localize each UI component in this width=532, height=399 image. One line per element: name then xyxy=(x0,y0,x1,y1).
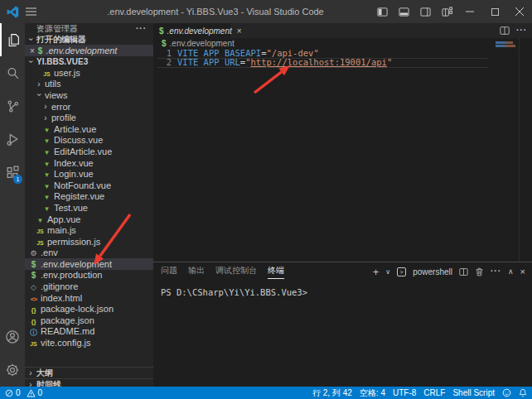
tree-item[interactable]: ▼Register.vue xyxy=(25,191,153,203)
tree-item[interactable]: JSpermission.js xyxy=(25,236,153,248)
vue-file-icon: ▼ xyxy=(44,161,51,168)
env-file-icon: $ xyxy=(159,26,164,36)
tree-item-label: profile xyxy=(51,113,76,123)
split-editor-icon[interactable] xyxy=(500,26,510,36)
tree-item[interactable]: {}package.json xyxy=(25,315,153,326)
chevron-right-icon: › xyxy=(41,113,50,123)
close-editor-icon[interactable]: × xyxy=(30,46,35,55)
tree-item[interactable]: JSuser.js xyxy=(25,67,153,79)
tree-item[interactable]: ▼EditArticle.vue xyxy=(25,146,153,157)
tree-item-label: Test.vue xyxy=(54,203,88,213)
tree-item[interactable]: ▼App.vue xyxy=(25,214,153,225)
js-file-icon: JS xyxy=(36,240,44,246)
explorer-icon[interactable] xyxy=(0,23,25,56)
toggle-secondary-sidebar-icon[interactable] xyxy=(414,0,436,23)
extensions-icon[interactable]: 1 xyxy=(0,156,25,189)
tree-item[interactable]: $.env.development xyxy=(25,258,153,270)
notifications-bell-icon[interactable] xyxy=(519,388,527,397)
json-file-icon: {} xyxy=(31,318,36,325)
panel-tab[interactable]: 调试控制台 xyxy=(215,262,257,279)
vue-file-icon: ▼ xyxy=(44,194,51,201)
customize-layout-icon[interactable] xyxy=(436,0,457,23)
tree-item[interactable]: $.env.production xyxy=(25,270,153,281)
env-file-icon: $ xyxy=(31,260,36,269)
tree-item-label: README.md xyxy=(41,326,94,336)
tree-item[interactable]: ▼Index.vue xyxy=(25,157,153,169)
tree-item[interactable]: ▼Login.vue xyxy=(25,168,153,180)
tree-item-label: package.json xyxy=(41,315,94,325)
terminal-list-icon[interactable]: > xyxy=(397,267,406,276)
breadcrumb[interactable]: $ .env.development xyxy=(153,38,532,48)
new-terminal-icon[interactable]: + xyxy=(373,266,380,278)
tree-item[interactable]: ▼Test.vue xyxy=(25,202,153,214)
sidebar-more-actions-icon[interactable]: ··· xyxy=(136,26,147,31)
open-editors-header[interactable]: › 打开的编辑器 xyxy=(25,34,153,45)
tree-item[interactable]: {}package-lock.json xyxy=(25,303,153,315)
account-icon[interactable] xyxy=(0,320,25,353)
tree-item[interactable]: ▼Discuss.vue xyxy=(25,135,153,147)
js-file-icon: JS xyxy=(43,71,51,77)
settings-gear-icon[interactable] xyxy=(0,353,25,387)
tree-item[interactable]: JSmain.js xyxy=(25,224,153,236)
tree-item-label: Register.vue xyxy=(54,191,104,201)
code-editor[interactable]: 1VITE_APP_BASEAPI="/api-dev"2VITE_APP_UR… xyxy=(153,48,532,262)
close-window-button[interactable] xyxy=(507,0,532,23)
tree-folder[interactable]: ›error xyxy=(25,101,153,113)
tree-folder[interactable]: ›utils xyxy=(25,79,153,90)
maximize-button[interactable] xyxy=(482,0,507,23)
indentation[interactable]: 空格: 4 xyxy=(360,387,385,399)
tree-folder[interactable]: ›profile xyxy=(25,112,153,123)
feedback-smiley-icon[interactable] xyxy=(502,388,511,397)
kill-terminal-trash-icon[interactable] xyxy=(475,267,484,276)
open-editor-item[interactable]: × $ .env.development xyxy=(25,45,153,56)
split-terminal-icon[interactable] xyxy=(459,267,468,276)
timeline-header[interactable]: › 时间线 xyxy=(25,378,153,387)
tree-item[interactable]: ⚙.env xyxy=(25,248,153,259)
search-icon[interactable] xyxy=(0,56,25,89)
minimize-button[interactable] xyxy=(457,0,482,23)
chevron-down-icon: › xyxy=(35,91,44,99)
maximize-panel-icon[interactable]: ∧ xyxy=(508,267,514,276)
panel-tab[interactable]: 问题 xyxy=(161,262,177,279)
url-link[interactable]: http://localhost:19001/api xyxy=(251,57,387,67)
chevron-right-icon: › xyxy=(27,368,35,377)
panel-tab[interactable]: 输出 xyxy=(188,262,205,279)
close-tab-icon[interactable]: × xyxy=(237,26,242,36)
cursor-position[interactable]: 行 2, 列 42 xyxy=(312,387,352,399)
outline-header[interactable]: › 大纲 xyxy=(25,367,153,378)
tree-folder[interactable]: ›views xyxy=(25,89,153,101)
tab-env-development[interactable]: $ .env.development × xyxy=(153,23,231,38)
eol-sequence[interactable]: CRLF xyxy=(423,388,445,397)
tree-item-label: .env.production xyxy=(41,270,102,280)
tree-item[interactable]: JSvite.config.js xyxy=(25,337,153,349)
tree-item[interactable]: ◇.gitignore xyxy=(25,281,153,292)
errors-warnings-button[interactable]: 0 0 xyxy=(5,388,42,397)
error-count: 0 xyxy=(16,388,21,397)
js-file-icon: JS xyxy=(36,228,44,234)
tree-item[interactable]: <>index.html xyxy=(25,292,153,304)
vue-file-icon: ▼ xyxy=(44,137,51,145)
project-header[interactable]: › YI.BBS.VUE3 xyxy=(25,56,153,67)
encoding[interactable]: UTF-8 xyxy=(393,388,416,397)
shell-name[interactable]: powershell xyxy=(413,267,452,276)
panel-tab[interactable]: 终端 xyxy=(268,262,284,279)
language-mode[interactable]: Shell Script xyxy=(452,388,495,397)
window-title: .env.development - Yi.BBS.Vue3 - Visual … xyxy=(75,7,356,17)
panel-more-actions-icon[interactable]: ··· xyxy=(491,269,501,274)
run-debug-icon[interactable] xyxy=(0,123,25,156)
menu-icon[interactable] xyxy=(26,7,36,16)
terminal-output[interactable]: PS D:\CSharp\Yi\Yi.BBS.Vue3> xyxy=(153,279,532,297)
tree-item[interactable]: ▼NotFound.vue xyxy=(25,180,153,191)
code-line: 2VITE_APP_URL="http://localhost:19001/ap… xyxy=(153,58,532,68)
close-panel-icon[interactable]: × xyxy=(520,267,525,276)
terminal-profile-chevron-icon[interactable]: ∨ xyxy=(385,268,390,276)
tree-item[interactable]: ▼Article.vue xyxy=(25,123,153,135)
editor-scrollbar[interactable] xyxy=(519,38,532,262)
toggle-panel-icon[interactable] xyxy=(393,0,414,23)
toggle-sidebar-icon[interactable] xyxy=(371,0,393,23)
env-gear-icon: ⚙ xyxy=(30,249,36,257)
tree-item[interactable]: iREADME.md xyxy=(25,326,153,338)
sidebar-title: 资源管理器 xyxy=(36,23,78,35)
editor-more-actions-icon[interactable]: ··· xyxy=(516,28,527,33)
source-control-icon[interactable] xyxy=(0,89,25,123)
